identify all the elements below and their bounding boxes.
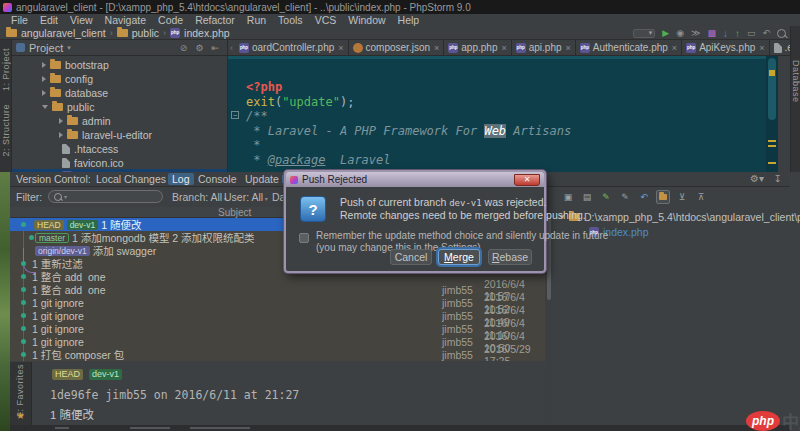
commit-row[interactable]: 1 git ignore jimb55 2016/6/4 11:10	[10, 322, 545, 335]
menu-window[interactable]: Window	[342, 14, 391, 26]
collapse-panel-icon[interactable]: ⇤	[211, 43, 219, 53]
warning-marker[interactable]	[768, 140, 776, 142]
expand-arrow-icon[interactable]	[42, 62, 46, 68]
compare-button[interactable]: ▭	[747, 28, 756, 38]
editor-scrollbar[interactable]	[766, 56, 778, 172]
vcs-update-button[interactable]: ↓	[723, 28, 728, 39]
tab-composer-json[interactable]: composer.json×	[349, 40, 445, 55]
collapse-all-icon[interactable]: ⊼	[694, 190, 708, 204]
breadcrumb-public[interactable]: public	[117, 27, 159, 39]
toolwindow-database-button[interactable]: Database	[791, 60, 800, 105]
tree-item-admin[interactable]: admin	[12, 114, 228, 128]
close-icon[interactable]: ×	[672, 43, 677, 53]
run-button[interactable]: ▶	[662, 28, 669, 38]
warning-marker[interactable]	[768, 162, 776, 164]
tree-item-favicon[interactable]: favicon.ico	[12, 156, 228, 170]
user-filter[interactable]: User: All ▾	[224, 191, 268, 203]
annotate-icon[interactable]: ✎	[618, 190, 632, 204]
tab-scroll-left-icon[interactable]: ‹	[228, 40, 235, 55]
rebase-button[interactable]: Rebase	[488, 249, 532, 265]
cancel-button[interactable]: Cancel	[390, 249, 432, 265]
merge-button[interactable]: Merge	[438, 249, 480, 265]
collapse-arrow-icon[interactable]	[42, 105, 48, 109]
close-icon[interactable]: ×	[501, 43, 506, 53]
changed-dir-row[interactable]: D:\xampp_php_5.4\htdocs\angularavel_clie…	[559, 211, 800, 223]
group-by-directory-icon[interactable]	[656, 190, 670, 204]
commit-row[interactable]: 1 打包 composer 包 jimb55 2016/5/29 17:25	[10, 348, 545, 361]
menu-file[interactable]: File	[5, 14, 34, 26]
undo-icon[interactable]: ↶	[762, 28, 770, 38]
run-config-dropdown[interactable]: ▾	[633, 29, 655, 38]
dialog-title-bar[interactable]: Push Rejected ✕	[286, 172, 544, 187]
menu-refactor[interactable]: Refactor	[189, 14, 241, 26]
lock-icon[interactable]: ▣	[561, 190, 575, 204]
expand-all-icon[interactable]: ⊻	[675, 190, 689, 204]
menu-code[interactable]: Code	[152, 14, 189, 26]
close-icon[interactable]: ×	[434, 43, 439, 53]
menu-vcs[interactable]: VCS	[309, 14, 343, 26]
warning-marker[interactable]	[769, 70, 775, 76]
menu-navigate[interactable]: Navigate	[99, 14, 152, 26]
tree-item-config[interactable]: config	[12, 72, 228, 86]
vcs-commit-button[interactable]: ↑	[735, 28, 740, 39]
gear-icon[interactable]: ⚙	[195, 43, 203, 53]
menu-view[interactable]: View	[64, 14, 99, 26]
toolwindow-structure-button[interactable]: 2: Structure	[1, 104, 11, 159]
subject-column-header[interactable]: Subject	[218, 207, 251, 218]
breadcrumb-project[interactable]: angularavel_client	[6, 27, 106, 39]
menu-run[interactable]: Run	[241, 14, 272, 26]
menu-edit[interactable]: Edit	[34, 14, 64, 26]
menu-help[interactable]: Help	[392, 14, 426, 26]
tab-authenticate-php[interactable]: Authenticate.php×	[576, 40, 682, 55]
tree-item-database[interactable]: database	[12, 86, 228, 100]
expand-arrow-icon[interactable]	[59, 118, 63, 124]
tab-api-php[interactable]: api.php×	[512, 40, 576, 55]
close-panel-icon[interactable]: ⊘	[180, 43, 188, 53]
toolwindow-project-button[interactable]: 1: Project	[1, 48, 11, 93]
search-everywhere-icon[interactable]	[777, 29, 786, 38]
close-icon[interactable]: ×	[338, 43, 343, 53]
commit-row[interactable]: 1 git ignore jimb55 2016/6/4 11:52	[10, 296, 545, 309]
log-scrollbar[interactable]	[545, 187, 553, 425]
profiler-icon[interactable]: ▩	[707, 28, 716, 38]
branch-filter[interactable]: Branch: All ▾	[172, 191, 227, 203]
revert-icon[interactable]: ↶	[637, 190, 651, 204]
scrollbar-thumb[interactable]	[547, 216, 551, 300]
tab-console[interactable]: Console	[198, 173, 237, 185]
filter-search-input[interactable]: ▾	[48, 190, 163, 203]
coverage-button[interactable]: ≫	[691, 28, 700, 38]
expand-arrow-icon[interactable]	[42, 90, 46, 96]
expand-arrow-icon[interactable]	[59, 132, 63, 138]
tree-item-htaccess[interactable]: .htaccess	[12, 142, 228, 156]
debug-button[interactable]: ◉	[676, 28, 684, 38]
warning-marker[interactable]	[768, 145, 776, 147]
close-button[interactable]: ✕	[514, 174, 540, 186]
folder-icon	[6, 29, 17, 37]
edit-source-icon[interactable]: ✎	[599, 190, 613, 204]
tree-item-public[interactable]: public	[12, 100, 228, 114]
fold-marker-icon[interactable]: −	[231, 111, 239, 119]
snapshot-icon[interactable]: ▤	[580, 190, 594, 204]
tree-item-laravel-u-editor[interactable]: laravel-u-editor	[12, 128, 228, 142]
expand-arrow-icon[interactable]	[42, 76, 46, 82]
project-panel-title[interactable]: Project	[29, 42, 63, 54]
breadcrumb-file[interactable]: index.php	[170, 27, 230, 39]
close-icon[interactable]: ×	[566, 43, 571, 53]
commit-row[interactable]: 1 git ignore jimb55 2016/6/4 11:49	[10, 309, 545, 322]
tab-env[interactable]: .env×	[770, 40, 790, 55]
tab-app-php[interactable]: app.php×	[444, 40, 511, 55]
gear-icon[interactable]: ⚙▾	[750, 173, 764, 184]
code-editor[interactable]: − <?php exit("update"); /** * Laravel - …	[228, 56, 778, 172]
tab-apikeys-php[interactable]: ApiKeys.php×	[682, 40, 769, 55]
commit-row[interactable]: 1 整合 add one jimb55 2016/6/4 11:57	[10, 283, 545, 296]
hide-panel-icon[interactable]: ↧	[774, 173, 782, 184]
chevron-down-icon[interactable]: ▾	[67, 44, 71, 52]
scrollbar-thumb[interactable]	[768, 58, 776, 120]
menu-tools[interactable]: Tools	[272, 14, 309, 26]
tab-local-changes[interactable]: Local Changes	[96, 173, 166, 185]
remember-checkbox[interactable]	[299, 233, 309, 243]
tab-boardcontroller[interactable]: oardController.php×	[235, 40, 349, 55]
tab-log[interactable]: Log	[168, 173, 194, 185]
tree-item-bootstrap[interactable]: bootstrap	[12, 58, 228, 72]
close-icon[interactable]: ×	[759, 43, 764, 53]
